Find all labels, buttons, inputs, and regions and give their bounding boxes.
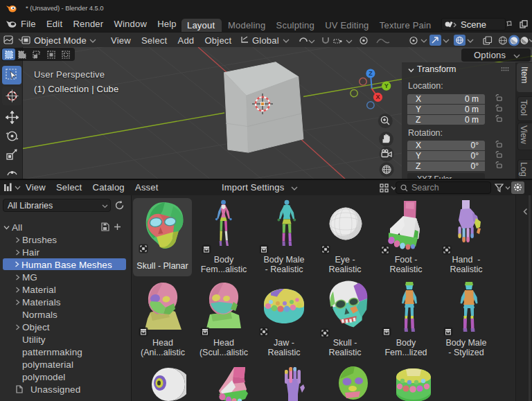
svg-text:Z: Z: [369, 70, 373, 77]
svg-text:Y: Y: [384, 82, 389, 89]
svg-text:X: X: [375, 93, 380, 100]
